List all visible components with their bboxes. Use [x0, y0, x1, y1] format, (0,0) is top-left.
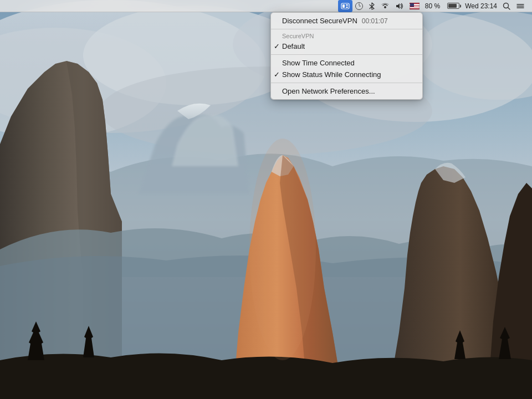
- flag-menubar-icon[interactable]: [407, 0, 422, 12]
- show-status-checkmark: ✓: [274, 70, 280, 79]
- battery-menubar-icon[interactable]: [443, 0, 462, 12]
- vpn-icon: [341, 2, 350, 10]
- datetime-display[interactable]: Wed 23:14: [462, 0, 500, 12]
- default-checkmark: ✓: [274, 42, 280, 50]
- datetime-label: Wed 23:14: [465, 2, 497, 10]
- menu-divider-3: [271, 83, 422, 83]
- securevpn-section-header: SecureVPN: [271, 32, 422, 40]
- default-vpn-label: Default: [282, 42, 305, 50]
- menu-divider-2: [271, 54, 422, 55]
- volume-menubar-icon[interactable]: [392, 0, 407, 12]
- spotlight-menubar-icon[interactable]: [500, 0, 513, 12]
- show-status-menuitem[interactable]: ✓ Show Status While Connecting: [271, 69, 422, 80]
- show-status-label: Show Status While Connecting: [282, 70, 381, 79]
- bluetooth-menubar-icon[interactable]: [366, 0, 378, 12]
- us-flag-icon: [410, 3, 420, 9]
- svg-point-13: [384, 6, 386, 8]
- network-prefs-menuitem[interactable]: Open Network Preferences...: [271, 85, 422, 97]
- clock-icon: [355, 2, 363, 10]
- airdrop-icon: [381, 2, 390, 10]
- vpn-dropdown-menu: Disconnect SecureVPN 00:01:07 SecureVPN …: [270, 12, 423, 100]
- default-vpn-menuitem[interactable]: ✓ Default: [271, 40, 422, 52]
- spotlight-icon: [503, 2, 510, 10]
- svg-line-15: [508, 7, 510, 9]
- svg-rect-12: [346, 7, 348, 8]
- battery-percent: 80 %: [422, 0, 443, 12]
- menubar: 80 % Wed 23:14: [0, 0, 532, 12]
- volume-icon: [395, 2, 404, 10]
- battery-icon: [447, 3, 459, 9]
- menu-divider-1: [271, 29, 422, 29]
- vpn-menubar-icon[interactable]: [338, 0, 352, 12]
- show-time-menuitem[interactable]: Show Time Connected: [271, 57, 422, 69]
- disconnect-vpn-menuitem[interactable]: Disconnect SecureVPN 00:01:07: [271, 15, 422, 27]
- svg-rect-11: [346, 4, 348, 6]
- battery-percent-label: 80 %: [425, 2, 440, 10]
- show-time-label: Show Time Connected: [282, 59, 355, 67]
- svg-rect-10: [342, 4, 345, 8]
- svg-point-8: [249, 139, 316, 360]
- clock-menubar-icon[interactable]: [352, 0, 366, 12]
- bluetooth-icon: [369, 2, 375, 11]
- notification-center-icon: [516, 2, 525, 10]
- notification-center-menubar-icon[interactable]: [513, 0, 528, 12]
- vpn-timer: 00:01:07: [362, 17, 388, 25]
- network-prefs-label: Open Network Preferences...: [282, 87, 375, 95]
- disconnect-vpn-label: Disconnect SecureVPN: [282, 17, 357, 25]
- airdrop-menubar-icon[interactable]: [378, 0, 392, 12]
